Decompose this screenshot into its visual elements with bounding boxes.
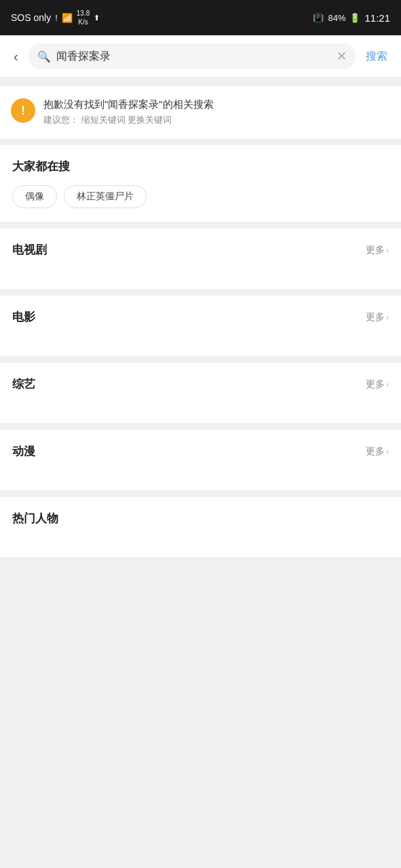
search-bar: ‹ 🔍 ✕ 搜索 — [0, 35, 401, 78]
movie-chevron-icon: › — [386, 313, 389, 322]
error-title: 抱歉没有找到"闻香探案录"的相关搜索 — [43, 98, 214, 111]
signal-icon: ! — [55, 13, 58, 23]
variety-chevron-icon: › — [386, 380, 389, 389]
variety-section: 综艺 更多 › — [0, 363, 401, 423]
error-text-block: 抱歉没有找到"闻香探案录"的相关搜索 建议您： 缩短关键词 更换关键词 — [43, 98, 214, 126]
tv-title: 电视剧 — [12, 242, 47, 258]
movie-more-label: 更多 — [366, 311, 385, 323]
tv-chevron-icon: › — [386, 245, 389, 255]
anime-more-label: 更多 — [366, 446, 385, 458]
error-notice: ! 抱歉没有找到"闻香探案录"的相关搜索 建议您： 缩短关键词 更换关键词 — [0, 86, 401, 138]
suggestion-change[interactable]: 更换关键词 — [128, 115, 172, 125]
battery-pct: 84% — [328, 13, 345, 23]
anime-section: 动漫 更多 › — [0, 430, 401, 490]
status-right: 📳 84% 🔋 11:21 — [313, 12, 390, 24]
clear-button[interactable]: ✕ — [337, 49, 347, 64]
hot-people-title: 热门人物 — [12, 511, 58, 526]
trending-header: 大家都在搜 — [12, 159, 389, 174]
hot-people-header: 热门人物 — [12, 511, 389, 526]
suggestion-prefix: 建议您： — [43, 115, 79, 125]
trending-tags: 偶像林正英僵尸片 — [12, 185, 389, 208]
tv-section: 电视剧 更多 › — [0, 229, 401, 289]
search-button[interactable]: 搜索 — [363, 47, 390, 66]
tv-more-link[interactable]: 更多 › — [366, 244, 389, 256]
trending-section: 大家都在搜 偶像林正英僵尸片 — [0, 145, 401, 222]
search-input-wrapper: 🔍 ✕ — [28, 43, 356, 69]
anime-header: 动漫 更多 › — [12, 443, 389, 459]
tag-item-0[interactable]: 偶像 — [12, 185, 57, 208]
tv-header: 电视剧 更多 › — [12, 242, 389, 258]
speed-text: 13.8 K/s — [77, 9, 90, 26]
hot-people-section: 热门人物 — [0, 497, 401, 557]
tv-more-label: 更多 — [366, 244, 385, 256]
variety-more-label: 更多 — [366, 378, 385, 391]
upload-icon: ⬆ — [94, 14, 100, 22]
battery-icon: 🔋 — [349, 13, 360, 23]
anime-title: 动漫 — [12, 443, 35, 459]
back-button[interactable]: ‹ — [11, 46, 21, 67]
suggestion-shorten[interactable]: 缩短关键词 — [81, 115, 126, 125]
movie-more-link[interactable]: 更多 › — [366, 311, 389, 323]
vibrate-icon: 📳 — [313, 13, 324, 23]
wifi-icon: 📶 — [62, 13, 73, 23]
variety-title: 综艺 — [12, 376, 35, 392]
trending-title: 大家都在搜 — [12, 159, 70, 174]
movie-section: 电影 更多 › — [0, 296, 401, 356]
error-suggestion: 建议您： 缩短关键词 更换关键词 — [43, 114, 214, 126]
variety-more-link[interactable]: 更多 › — [366, 378, 389, 391]
variety-header: 综艺 更多 › — [12, 376, 389, 392]
status-bar: SOS only ! 📶 13.8 K/s ⬆ 📳 84% 🔋 11:21 — [0, 0, 401, 35]
tag-item-1[interactable]: 林正英僵尸片 — [64, 185, 147, 208]
movie-title: 电影 — [12, 309, 35, 325]
anime-more-link[interactable]: 更多 › — [366, 446, 389, 458]
movie-header: 电影 更多 › — [12, 309, 389, 325]
time-display: 11:21 — [364, 12, 390, 24]
status-left: SOS only ! 📶 13.8 K/s ⬆ — [11, 9, 100, 26]
search-input[interactable] — [56, 50, 331, 62]
anime-chevron-icon: › — [386, 447, 389, 456]
sos-label: SOS only — [11, 12, 51, 23]
warning-icon: ! — [11, 98, 35, 123]
search-icon: 🔍 — [37, 50, 51, 63]
